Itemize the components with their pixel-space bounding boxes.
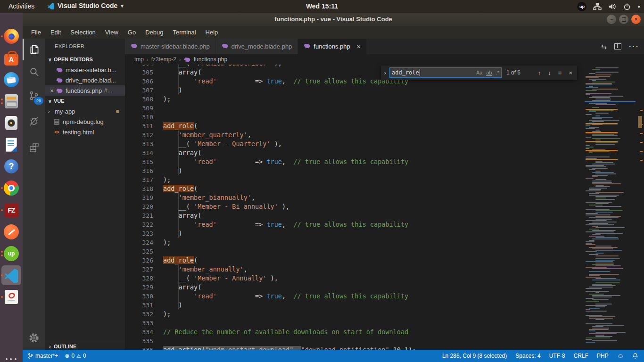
dock-item-chrome[interactable] [0,180,23,199]
show-applications-button[interactable] [5,357,18,362]
code-line[interactable]: 334// Reduce the number of available dow… [125,328,644,337]
close-editor-icon[interactable]: × [48,87,56,94]
cursor-position-status[interactable]: Ln 286, Col 9 (8 selected) [442,353,507,359]
explorer-activity-button[interactable] [23,39,45,60]
dock-item-upwork[interactable]: up [0,246,23,264]
code-line[interactable]: 316 ) [125,166,644,175]
source-control-activity-button[interactable]: 20 [23,85,45,107]
breadcrumb-item[interactable]: tmp [134,56,144,63]
dock-item-vscode[interactable] [0,267,23,286]
notifications-bell-icon[interactable] [632,353,638,359]
code-line[interactable]: 322 'read' => true, // true allows this … [125,220,644,229]
code-line[interactable]: 335 [125,337,644,346]
code-line[interactable]: 333 [125,319,644,328]
feedback-smiley-icon[interactable]: ☺ [617,352,624,360]
open-editor-item[interactable]: drive_mode.blad... [45,75,125,85]
code-line[interactable]: 320 __( 'Member - Bi annually' ), [125,202,644,211]
clock[interactable]: Wed 15:11 [0,2,644,10]
code-line[interactable]: 331 ) [125,301,644,310]
minimap[interactable] [585,65,644,350]
code-line[interactable]: 310 [125,113,644,122]
dock-item-libreoffice-writer[interactable] [0,137,23,156]
code-line[interactable]: 312 'member_quarterly', [125,131,644,140]
code-editor[interactable]: 304 __( 'Premium Subscriber' ),305 array… [125,65,644,350]
code-line[interactable]: 309 [125,104,644,113]
code-line[interactable]: 308); [125,95,644,104]
code-line[interactable]: 313 __( 'Member - Quarterly' ), [125,140,644,148]
regex-icon[interactable]: .* [496,70,499,75]
match-case-icon[interactable]: Aa [476,70,482,75]
find-replace-toggle-icon[interactable]: › [381,69,389,76]
dock-item-postman[interactable] [0,224,23,243]
code-line[interactable]: 317); [125,175,644,184]
indentation-status[interactable]: Spaces: 4 [515,353,540,359]
next-match-button[interactable]: ↓ [548,69,551,76]
menu-view[interactable]: View [100,27,123,38]
code-line[interactable]: 314 array( [125,148,644,157]
dock-item-document-viewer[interactable] [0,289,23,308]
section-header-vue[interactable]: ∨VUE [45,96,125,106]
code-line[interactable]: 328 __( 'Member - Annually' ), [125,274,644,283]
problems-status[interactable]: ⊗ 0 ⚠ 0 [65,353,86,359]
minimize-button[interactable]: − [607,15,616,24]
code-line[interactable]: 324); [125,238,644,247]
tree-item-testing-html[interactable]: <>testing.html [45,127,125,137]
open-editor-item[interactable]: ×functions.php/t... [45,85,125,96]
code-line[interactable]: 321 array( [125,211,644,220]
network-icon[interactable] [593,3,602,10]
breadcrumb[interactable]: tmp›fz3temp-2›functions.php [125,54,644,65]
debug-activity-button[interactable] [23,110,45,132]
dock-item-files[interactable] [0,93,23,112]
git-branch-status[interactable]: master*+ [27,353,58,359]
open-changes-icon[interactable]: ⇆ [601,43,607,50]
search-activity-button[interactable] [23,61,45,82]
dock-item-firefox[interactable] [0,28,23,47]
settings-button[interactable] [23,327,45,349]
dock-item-filezilla[interactable]: FZ [0,202,23,221]
upwork-tray-icon[interactable]: up [577,2,586,11]
section-header-open-editors[interactable]: ∨OPEN EDITORS [45,54,125,65]
menu-selection[interactable]: Selection [66,27,100,38]
split-editor-icon[interactable] [614,43,621,49]
menu-edit[interactable]: Edit [46,27,66,38]
code-line[interactable]: 307 ) [125,86,644,95]
code-line[interactable]: 329 array( [125,283,644,292]
scrollbar-slider[interactable] [638,116,642,128]
open-editor-item[interactable]: master-sidebar.b... [45,65,125,75]
tab-master-sidebar-blade-php[interactable]: master-sidebar.blade.php [125,39,216,54]
breadcrumb-item[interactable]: fz3temp-2 [151,56,176,63]
system-menu-chevron-icon[interactable]: ▾ [637,4,640,10]
tab-drive_mode-blade-php[interactable]: drive_mode.blade.php [216,39,298,54]
dock-item-thunderbird[interactable] [0,72,23,90]
code-line[interactable]: 323 ) [125,229,644,238]
close-tab-icon[interactable]: × [357,43,361,50]
code-line[interactable]: 319 'member_biannually', [125,193,644,202]
code-line[interactable]: 330 'read' => true, // true allows this … [125,292,644,301]
encoding-status[interactable]: UTF-8 [549,353,565,359]
tree-item-my-app[interactable]: ›my-app [45,106,125,116]
maximize-button[interactable] [619,15,628,24]
code-line[interactable]: 336add_action("wpdm_onstart_download", "… [125,346,644,350]
tab-functions-php[interactable]: functions.php× [298,39,367,54]
code-line[interactable]: 315 'read' => true, // true allows this … [125,157,644,166]
code-line[interactable]: 318add_role( [125,184,644,193]
find-input[interactable]: add_role Aa ab .* [389,67,502,78]
volume-icon[interactable] [608,3,617,10]
breadcrumb-file[interactable]: functions.php [194,56,227,63]
close-find-button[interactable]: × [569,69,572,76]
eol-status[interactable]: CRLF [574,353,588,359]
menu-file[interactable]: File [26,27,46,38]
whole-word-icon[interactable]: ab [486,70,492,76]
extensions-activity-button[interactable] [23,137,45,158]
menu-help[interactable]: Help [201,27,223,38]
language-mode-status[interactable]: PHP [597,353,609,359]
close-button[interactable]: × [631,15,641,24]
code-line[interactable]: 311add_role( [125,122,644,131]
menu-debug[interactable]: Debug [140,27,168,38]
tree-item-npm-debug-log[interactable]: npm-debug.log [45,116,125,127]
power-icon[interactable] [623,3,631,10]
code-line[interactable]: 332); [125,310,644,319]
more-actions-icon[interactable]: ··· [629,42,639,51]
window-titlebar[interactable]: functions.php - vue - Visual Studio Code… [23,13,644,26]
code-line[interactable]: 327 'member_annually', [125,265,644,274]
